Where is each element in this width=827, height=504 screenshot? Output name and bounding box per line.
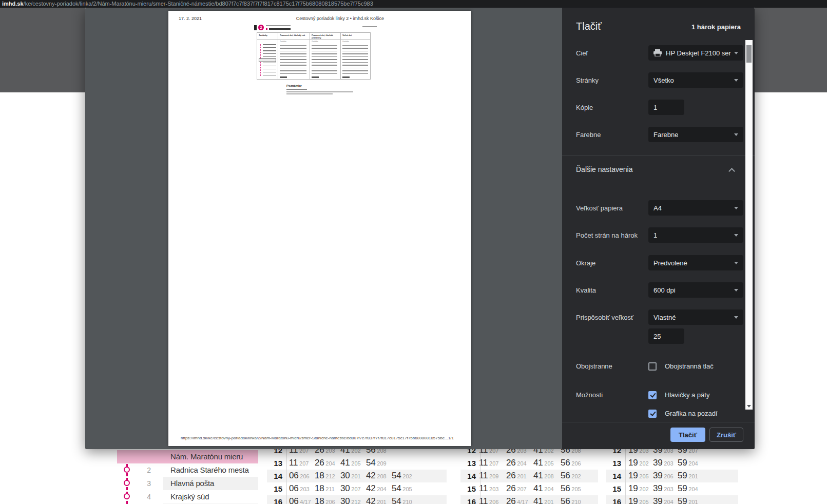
route-code: 206 bbox=[325, 499, 335, 504]
dialog-title: Tlačiť bbox=[576, 21, 602, 32]
departure-time: 41205 bbox=[533, 458, 554, 468]
pages-per-sheet-label: Počet strán na hárok bbox=[576, 231, 638, 239]
route-code: 203 bbox=[489, 486, 498, 492]
pages-per-sheet-value: 1 bbox=[653, 231, 657, 239]
departure-time: 06206 bbox=[289, 471, 310, 481]
route-code: 204 bbox=[544, 486, 553, 492]
chevron-down-icon bbox=[734, 262, 738, 264]
scrollbar-thumb[interactable] bbox=[746, 45, 752, 63]
minute-value: 26 bbox=[506, 471, 515, 480]
cancel-button[interactable]: Zrušiť bbox=[709, 428, 743, 442]
departure-time: 19205 bbox=[628, 496, 649, 504]
minute-value: 56 bbox=[561, 483, 570, 493]
route-code: 201 bbox=[351, 473, 360, 479]
minute-value: 41 bbox=[533, 471, 543, 480]
departure-time: 064/17 bbox=[289, 496, 311, 504]
print-button[interactable]: Tlačiť bbox=[670, 428, 705, 442]
color-select[interactable]: Farebne bbox=[648, 127, 743, 142]
minute-value: 59 bbox=[678, 471, 687, 480]
minute-value: 26 bbox=[315, 458, 324, 468]
scale-value: Vlastné bbox=[653, 314, 676, 321]
departure-time: 11209 bbox=[479, 471, 498, 481]
hour-cell: 13 bbox=[606, 457, 621, 470]
route-code: 202 bbox=[639, 486, 648, 492]
preview-footer-pages: 1/1 bbox=[435, 436, 454, 440]
mini-logo-mark bbox=[254, 25, 257, 30]
scroll-down-icon[interactable] bbox=[747, 405, 751, 408]
minute-value: 19 bbox=[628, 471, 638, 480]
chevron-down-icon bbox=[734, 79, 738, 82]
minute-value: 41 bbox=[533, 458, 543, 468]
printer-icon bbox=[653, 49, 662, 56]
departure-time: 42201 bbox=[366, 496, 387, 504]
departure-time: 11207 bbox=[479, 458, 498, 468]
minute-value: 59 bbox=[678, 496, 687, 504]
destination-value: HP Deskjet F2100 seri bbox=[666, 49, 731, 57]
departure-time: 39203 bbox=[653, 458, 674, 468]
background-graphics-label: Grafika na pozadí bbox=[665, 410, 718, 417]
hour-cell: 14 bbox=[267, 470, 282, 482]
route-code: 210 bbox=[571, 499, 581, 504]
minute-value: 56 bbox=[561, 458, 570, 468]
background-graphics-checkbox[interactable] bbox=[648, 410, 657, 418]
departure-time: 11206 bbox=[479, 496, 498, 504]
color-label: Farebne bbox=[576, 131, 601, 139]
scale-input[interactable] bbox=[648, 328, 684, 344]
two-sided-checkbox[interactable] bbox=[648, 362, 657, 371]
hour-cell: 13 bbox=[460, 457, 476, 470]
quality-select[interactable]: 600 dpi bbox=[648, 282, 743, 298]
timetable-row: 150620318211302074220454205 bbox=[267, 482, 447, 495]
minute-value: 54 bbox=[392, 483, 401, 493]
route-code: 207 bbox=[299, 460, 309, 467]
route-code: 205 bbox=[571, 486, 581, 492]
footer-divider bbox=[562, 422, 755, 422]
mini-line-badge: 2 bbox=[258, 25, 264, 30]
panel-scrollbar[interactable] bbox=[745, 40, 753, 410]
minute-value: 06 bbox=[289, 471, 298, 480]
minute-value: 54 bbox=[366, 458, 375, 468]
minute-value: 54 bbox=[392, 471, 401, 480]
pages-per-sheet-select[interactable]: 1 bbox=[648, 227, 743, 243]
margins-select[interactable]: Predvolené bbox=[648, 255, 743, 270]
print-preview-pane: 17. 2. 2021 Cestovný poriadok linky 2 • … bbox=[85, 8, 562, 449]
copies-input[interactable] bbox=[648, 100, 684, 115]
departure-time: 41204 bbox=[533, 483, 554, 494]
minute-value: 18 bbox=[315, 483, 324, 493]
departure-time: 30201 bbox=[340, 471, 361, 481]
timetable-group: 1211207262034120256208131120726204412055… bbox=[460, 444, 598, 504]
timetable-row: 140620618212302014220854202 bbox=[267, 470, 447, 482]
minute-value: 56 bbox=[561, 496, 570, 504]
timetable-row: 1411209262014120856202 bbox=[460, 470, 598, 482]
departure-time: 42208 bbox=[366, 471, 387, 481]
pages-value: Všetko bbox=[653, 76, 674, 84]
pages-select[interactable]: Všetko bbox=[648, 72, 743, 88]
mini-note-line bbox=[286, 93, 333, 94]
hour-cell: 14 bbox=[606, 470, 621, 482]
minute-value: 41 bbox=[340, 458, 350, 468]
minute-value: 42 bbox=[366, 496, 375, 504]
destination-select[interactable]: HP Deskjet F2100 seri bbox=[648, 45, 743, 61]
minute-value: 42 bbox=[366, 471, 375, 480]
minute-value: 30 bbox=[340, 471, 350, 480]
options-label: Možnosti bbox=[576, 391, 603, 399]
more-settings-toggle[interactable]: Ďalšie nastavenia bbox=[562, 160, 747, 180]
route-code: 205 bbox=[402, 486, 412, 492]
headers-footers-checkbox[interactable] bbox=[648, 391, 657, 399]
minute-value: 54 bbox=[392, 496, 401, 504]
minute-value: 19 bbox=[628, 483, 638, 493]
chevron-down-icon bbox=[734, 133, 738, 136]
timetable-row: 1511203262074120456205 bbox=[460, 482, 598, 495]
route-code: 209 bbox=[489, 473, 498, 479]
minute-value: 26 bbox=[506, 483, 515, 493]
departure-time: 264/17 bbox=[506, 496, 528, 504]
scale-select[interactable]: Vlastné bbox=[648, 309, 743, 325]
minute-value: 41 bbox=[533, 483, 543, 493]
paper-size-select[interactable]: A4 bbox=[648, 200, 743, 216]
route-code: 206 bbox=[300, 473, 309, 479]
mini-subheader: Zastávka bbox=[312, 41, 335, 42]
route-code: 206 bbox=[489, 499, 498, 504]
chevron-down-icon bbox=[734, 289, 738, 292]
site-header-left bbox=[0, 8, 85, 92]
mini-table-divider bbox=[310, 33, 310, 79]
departure-time: 19205 bbox=[628, 471, 649, 481]
